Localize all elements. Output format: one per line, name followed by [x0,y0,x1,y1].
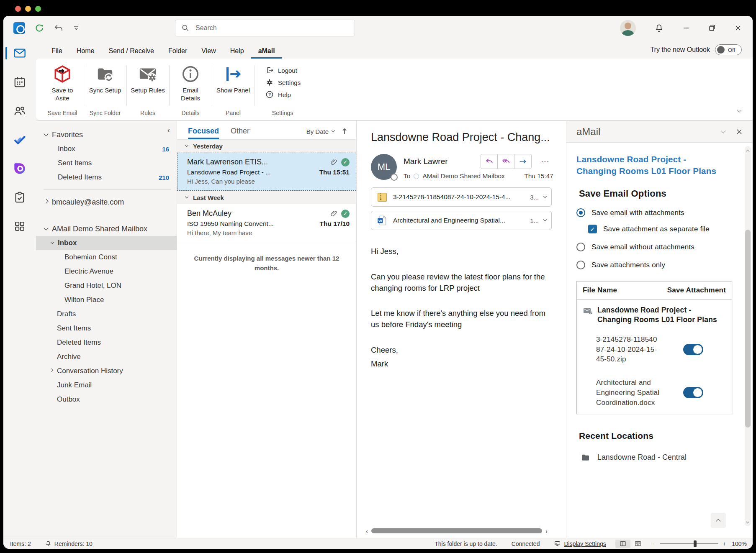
settings-button[interactable]: Settings [265,78,301,87]
favorite-inbox[interactable]: Inbox 16 [36,142,177,156]
display-settings-button[interactable]: Display Settings [554,540,606,547]
folder-electric-avenue[interactable]: Electric Avenue [36,264,177,279]
logout-button[interactable]: Logout [265,66,297,74]
option-save-attachments-only[interactable]: Save attachments only [576,261,732,269]
radio-icon[interactable] [576,243,585,251]
rail-mail-icon[interactable] [11,46,28,60]
minimize-button[interactable] [682,24,690,32]
folder-sent-items[interactable]: Sent Items [36,321,177,335]
chevron-down-icon[interactable] [44,225,48,230]
tab-help[interactable]: Help [223,44,251,59]
reply-all-button[interactable] [498,154,514,169]
folder-conversation-history[interactable]: Conversation History [36,364,177,378]
attachment-chip-word[interactable]: W Architectural and Engineering Spatial.… [371,211,552,230]
restore-button[interactable] [708,24,716,32]
new-outlook-toggle[interactable]: Off [715,44,742,55]
scroll-down-icon[interactable] [746,520,749,523]
rail-apps-icon[interactable] [11,219,28,233]
folder-inbox-selected[interactable]: Inbox [36,236,177,250]
reading-pane-view-button[interactable] [615,540,630,548]
save-to-asite-button[interactable]: Save to Asite [43,62,82,102]
rail-loop-icon[interactable] [11,161,28,176]
zoom-slider-thumb[interactable] [694,540,697,547]
zoom-level[interactable]: 100% [732,540,747,547]
recipient-name[interactable]: AMail Demo Shared Mailbox [422,172,504,180]
sort-by-date-dropdown[interactable]: By Date [306,128,348,139]
zoom-out-button[interactable]: − [652,540,656,547]
email-list-item[interactable]: Ben McAuley ✓ ISO 19650 Naming Convent..… [177,204,356,242]
email-list-item[interactable]: Mark Lawrenson ETIS... ✓ Lansdowne Road … [177,153,356,191]
chevron-down-icon[interactable] [543,195,547,198]
option-save-with-attachments[interactable]: Save email with attachments [576,208,732,217]
folder-wilton-place[interactable]: Wilton Place [36,293,177,307]
search-bar[interactable] [175,20,355,36]
rail-tasks-icon[interactable] [11,190,28,205]
reading-view-button[interactable] [630,540,645,548]
send-receive-refresh-icon[interactable] [34,23,44,33]
rail-todo-icon[interactable] [11,133,28,147]
group-header-yesterday[interactable]: Yesterday [177,139,356,153]
setup-rules-button[interactable]: Setup Rules [128,62,167,95]
tab-other[interactable]: Other [231,127,249,139]
folder-grand-hotel[interactable]: Grand Hotel, LON [36,279,177,293]
forward-button[interactable] [514,154,531,169]
collapse-ribbon-icon[interactable] [738,106,741,113]
sort-ascending-icon[interactable] [341,128,348,135]
outlook-app-icon[interactable] [13,22,25,34]
panel-collapse-icon[interactable] [721,128,725,133]
option-save-without-attachments[interactable]: Save email without attachments [576,243,732,251]
notifications-bell-icon[interactable] [654,23,664,33]
sender-avatar[interactable]: ML [371,154,397,180]
sync-setup-button[interactable]: Sync Setup [85,62,125,95]
close-button[interactable] [734,24,742,32]
reminders-status[interactable]: Reminders: 10 [45,540,93,547]
minimize-window-icon[interactable] [25,6,31,12]
undo-icon[interactable] [54,23,64,33]
close-window-icon[interactable] [15,6,21,12]
tab-send-receive[interactable]: Send / Receive [101,44,161,59]
recent-location-item[interactable]: Lansdowne Road - Central [581,453,732,463]
help-button[interactable]: ? Help [265,90,291,99]
folder-archive[interactable]: Archive [36,350,177,364]
scroll-up-icon[interactable] [746,150,749,153]
show-panel-button[interactable]: Show Panel [213,62,253,95]
favorite-sent-items[interactable]: Sent Items [36,156,177,170]
fullscreen-window-icon[interactable] [35,6,41,12]
folder-drafts[interactable]: Drafts [36,307,177,321]
user-avatar[interactable] [620,20,636,36]
tab-view[interactable]: View [194,44,223,59]
customize-toolbar-icon[interactable] [73,25,80,31]
tab-file[interactable]: File [44,44,69,59]
reply-button[interactable] [481,154,498,169]
tab-amail[interactable]: aMail [251,44,282,59]
account-node[interactable]: bmcauley@asite.com [36,195,177,209]
radio-icon[interactable] [576,261,585,269]
panel-close-icon[interactable] [736,128,743,135]
rail-people-icon[interactable] [11,104,28,118]
save-attachment-toggle[interactable] [683,344,703,355]
attachment-chip-zip[interactable]: 3-2145278-11854087-24-10-2024-15-4... 3.… [371,187,552,207]
chevron-down-icon[interactable] [44,131,48,136]
chevron-right-icon[interactable] [44,199,48,203]
zoom-slider[interactable] [660,543,718,544]
group-header-last-week[interactable]: Last Week [177,191,356,204]
favorite-deleted-items[interactable]: Deleted Items 210 [36,170,177,184]
more-actions-button[interactable]: ⋯ [537,154,553,169]
collapse-folder-pane-icon[interactable]: ‹ [167,126,170,135]
folder-outbox[interactable]: Outbox [36,392,177,407]
tab-focused[interactable]: Focused [188,127,219,139]
scrollbar-thumb[interactable] [371,528,542,533]
folder-deleted-items[interactable]: Deleted Items [36,335,177,350]
scroll-left-arrow[interactable]: ‹ [366,527,368,535]
rail-calendar-icon[interactable] [11,75,28,89]
option-save-separate-file[interactable]: ✓ Save attachment as separate file [588,225,732,233]
checkbox-checked-icon[interactable]: ✓ [588,225,597,233]
save-attachment-toggle[interactable] [683,387,703,398]
chevron-down-icon[interactable] [543,218,547,221]
zoom-in-button[interactable]: + [723,540,726,547]
folder-bohemian-const[interactable]: Bohemian Const [36,250,177,264]
tab-home[interactable]: Home [69,44,102,59]
scrollbar-thumb[interactable] [745,230,751,428]
shared-mailbox-node[interactable]: AMail Demo Shared Mailbox [36,222,177,236]
search-input[interactable] [195,24,349,32]
